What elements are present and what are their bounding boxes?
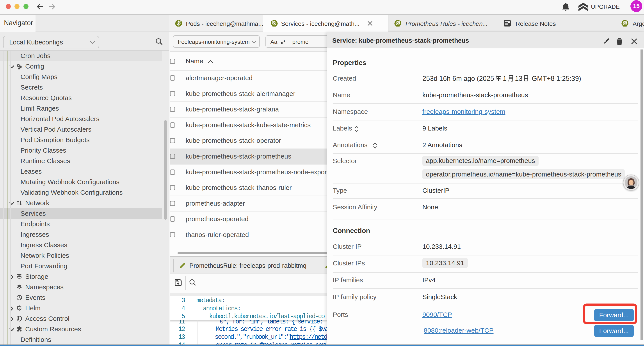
svg-text:*: *: [283, 39, 286, 45]
